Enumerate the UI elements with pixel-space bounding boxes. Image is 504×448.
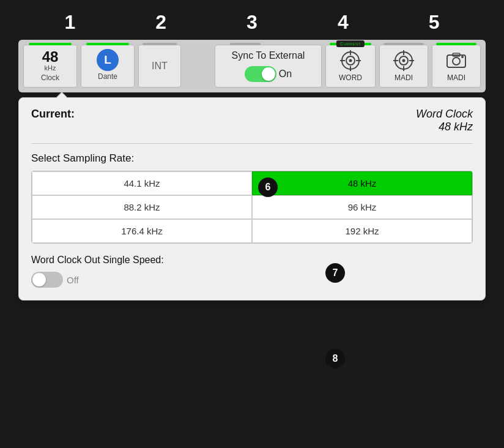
callout-6: 6 [258,177,278,197]
rate-441[interactable]: 44.1 kHz [32,171,252,195]
dante-icon: L [97,49,119,71]
clock-label: Clock [31,73,69,82]
current-info: Current: Word Clock 48 kHz [31,108,473,133]
sync-toggle-label: On [279,69,292,80]
rate-1764[interactable]: 176.4 kHz [32,219,252,243]
svg-point-15 [453,58,460,65]
number-2: 2 [155,11,166,34]
madi2-camera-icon [445,49,468,72]
panel-arrow [56,92,68,98]
sampling-title: Select Sampling Rate: [31,152,473,165]
madi2-section[interactable]: MADI [432,45,481,88]
number-1: 1 [65,11,76,34]
int-label: INT [152,61,168,72]
wclock-toggle-label: Off [67,275,79,285]
number-5: 5 [429,11,440,34]
svg-point-2 [349,59,352,62]
rate-48[interactable]: 48 kHz [252,171,472,195]
svg-point-17 [461,56,464,58]
dante-label: Dante [87,72,128,81]
madi1-section[interactable]: MADI [379,45,428,88]
rate-192[interactable]: 192 kHz [252,219,472,243]
sync-toggle-row[interactable]: On [230,66,306,82]
madi1-label: MADI [386,73,421,82]
word-label: WORD [332,73,369,82]
word-section[interactable]: Current WORD [325,45,376,88]
wclock-toggle-row[interactable]: Off [31,272,473,288]
divider [31,143,473,144]
sync-toggle-knob [262,67,275,81]
current-freq: 48 kHz [439,121,473,133]
madi2-label: MADI [439,73,474,82]
word-target-icon [339,49,362,72]
number-3: 3 [246,11,258,34]
dropdown-panel: Current: Word Clock 48 kHz Select Sampli… [18,97,486,301]
callout-8: 8 [325,349,345,368]
dante-section[interactable]: L Dante [81,45,135,88]
madi1-indicator [384,43,424,45]
current-label: Current: [31,108,75,121]
dante-indicator [86,43,129,45]
wclock-title: Word Clock Out Single Speed: [31,255,473,266]
rate-96[interactable]: 96 kHz [252,195,472,219]
number-4: 4 [338,11,349,34]
clock-hz: 48 [31,49,69,65]
madi2-indicator [436,43,476,45]
current-badge: Current [336,40,365,47]
sync-title: Sync To External [230,50,306,61]
wclock-toggle[interactable] [31,272,63,288]
madi1-target-icon [392,49,415,72]
rate-grid[interactable]: 44.1 kHz 48 kHz 88.2 kHz 96 kHz 176.4 kH… [31,171,473,244]
rate-882[interactable]: 88.2 kHz [32,195,252,219]
current-value: Word Clock [416,108,473,121]
sync-indicator-left [230,43,261,45]
int-indicator [143,43,177,45]
sync-section[interactable]: Sync To External On [215,45,322,88]
clock-indicator [29,43,72,45]
sync-toggle[interactable] [245,66,276,82]
wclock-toggle-knob [32,273,46,286]
clock-khz: kHz [31,65,69,72]
clock-section[interactable]: 48 kHz Clock [23,45,77,88]
callout-7: 7 [325,263,345,283]
int-section[interactable]: INT [138,45,181,88]
svg-point-9 [402,59,406,62]
